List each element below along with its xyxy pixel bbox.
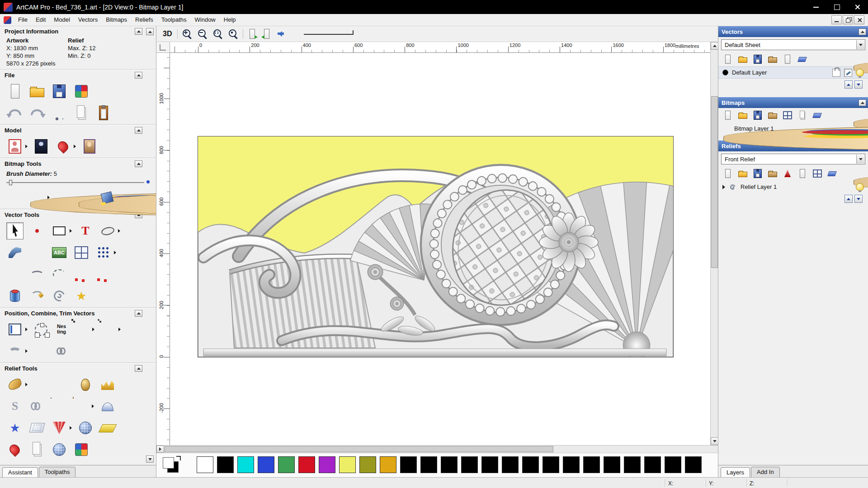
clear-vectors-icon[interactable] xyxy=(797,54,808,65)
layer-visibility-icon[interactable] xyxy=(856,69,864,77)
canvas-2d-view[interactable] xyxy=(170,53,710,445)
flyout-arrow[interactable] xyxy=(118,229,120,233)
join-vectors-icon[interactable] xyxy=(55,343,72,360)
flyout-arrow[interactable] xyxy=(25,145,28,148)
palette-swatch-16[interactable] xyxy=(522,456,539,473)
canvas-horizontal-scrollbar[interactable] xyxy=(156,445,718,453)
zoom-in-icon[interactable] xyxy=(181,28,193,40)
spline-tool-icon[interactable] xyxy=(28,287,46,305)
relief-tool-icon[interactable] xyxy=(73,441,90,458)
extrude-relief-icon[interactable] xyxy=(99,419,116,436)
collapse-relief-tools-button[interactable] xyxy=(135,365,142,372)
stamp-relief-icon[interactable] xyxy=(73,398,90,415)
collapse-bitmaps-button[interactable] xyxy=(859,99,866,106)
menu-file[interactable]: File xyxy=(14,14,32,26)
emboss-relief-icon[interactable] xyxy=(99,376,116,393)
scroll-down-button[interactable] xyxy=(711,437,718,445)
open-file-icon[interactable] xyxy=(28,83,46,100)
lock-layer-icon[interactable] xyxy=(832,69,840,77)
menu-help[interactable]: Help xyxy=(220,14,240,26)
import-bitmap-icon[interactable] xyxy=(767,110,778,121)
palette-swatch-13[interactable] xyxy=(461,456,478,473)
save-relief-layer-icon[interactable] xyxy=(752,168,763,179)
mdi-close-button[interactable] xyxy=(854,15,864,24)
scroll-left-button[interactable] xyxy=(156,446,164,453)
relief-grid-icon[interactable] xyxy=(812,168,823,179)
transform-vectors-icon[interactable] xyxy=(28,222,46,239)
relief-dropdown-icon[interactable] xyxy=(856,155,864,164)
tab-toolpaths[interactable]: Toolpaths xyxy=(39,467,76,477)
palette-swatch-5[interactable] xyxy=(298,456,315,473)
create-arc-icon[interactable] xyxy=(73,266,90,283)
palette-swatch-15[interactable] xyxy=(502,456,519,473)
mdi-minimize-button[interactable] xyxy=(831,15,842,24)
new-relief-layer-icon[interactable] xyxy=(722,168,733,179)
previous-view-icon[interactable] xyxy=(247,28,258,40)
group-vectors-icon[interactable] xyxy=(99,321,117,338)
palette-swatch-19[interactable] xyxy=(583,456,600,473)
weld-vectors-icon[interactable] xyxy=(33,343,50,360)
bitmap-to-vector-icon[interactable] xyxy=(6,244,24,261)
open-relief-layer-icon[interactable] xyxy=(737,168,748,179)
move-relief-up-button[interactable] xyxy=(844,195,853,203)
envelope-distortion-icon[interactable] xyxy=(28,419,46,436)
copy-icon[interactable] xyxy=(73,104,90,122)
palette-swatch-3[interactable] xyxy=(258,456,274,473)
zoom-fit-icon[interactable] xyxy=(227,28,239,40)
face-wizard-icon[interactable] xyxy=(81,138,98,155)
texture-relief-icon[interactable] xyxy=(77,419,94,436)
tab-layers[interactable]: Layers xyxy=(721,467,750,477)
transparency-icon[interactable] xyxy=(797,110,808,121)
undo-icon[interactable] xyxy=(6,104,24,122)
align-vectors-icon[interactable] xyxy=(6,321,24,338)
flyout-arrow[interactable] xyxy=(25,383,28,386)
open-vector-layer-icon[interactable] xyxy=(737,54,748,65)
export-vectors-icon[interactable] xyxy=(782,54,793,65)
free-sketch-icon[interactable] xyxy=(28,266,46,283)
offset-relief-icon[interactable] xyxy=(51,398,68,415)
relief-info-icon[interactable] xyxy=(797,168,808,179)
clear-bitmap-icon[interactable] xyxy=(812,110,823,121)
flyout-arrow[interactable] xyxy=(70,229,72,233)
zoom-box-icon[interactable] xyxy=(212,28,224,40)
palette-swatch-2[interactable] xyxy=(237,456,254,473)
palette-swatch-18[interactable] xyxy=(563,456,580,473)
horizontal-scroll-thumb[interactable] xyxy=(165,446,553,452)
primary-secondary-colour-well[interactable] xyxy=(162,456,183,475)
collapse-model-button[interactable] xyxy=(135,127,142,134)
save-file-icon[interactable] xyxy=(51,83,68,100)
create-ellipse-icon[interactable] xyxy=(99,222,116,239)
palette-swatch-11[interactable] xyxy=(420,456,437,473)
trim-vectors-icon[interactable] xyxy=(95,266,112,283)
tab-add-in[interactable]: Add In xyxy=(751,467,780,477)
menu-reliefs[interactable]: Reliefs xyxy=(131,14,157,26)
open-bitmap-layer-icon[interactable] xyxy=(737,110,748,121)
flyout-arrow[interactable] xyxy=(92,404,94,408)
panel-scroll-down-button[interactable] xyxy=(146,455,154,463)
sculpt-icon[interactable] xyxy=(33,376,50,393)
flyout-arrow[interactable] xyxy=(114,251,116,254)
node-editing-icon[interactable] xyxy=(28,244,46,261)
flyout-arrow[interactable] xyxy=(70,426,72,430)
vector-layer-row[interactable]: Default Layer xyxy=(718,66,868,79)
import-relief-icon[interactable] xyxy=(767,168,778,179)
palette-swatch-14[interactable] xyxy=(481,456,498,473)
palette-swatch-23[interactable] xyxy=(665,456,681,473)
sheet-selector[interactable]: Default Sheet xyxy=(721,39,865,50)
relief-tool-icon[interactable] xyxy=(51,441,68,458)
toolbar-line-widget[interactable] xyxy=(304,29,354,38)
relief-tool-icon[interactable] xyxy=(28,441,46,458)
cut-icon[interactable] xyxy=(51,104,68,122)
palette-swatch-22[interactable] xyxy=(644,456,661,473)
fit-arcs-icon[interactable] xyxy=(51,266,68,283)
extrude-vector-icon[interactable] xyxy=(6,287,24,305)
create-text-icon[interactable]: T xyxy=(77,222,94,239)
save-bitmap-layer-icon[interactable] xyxy=(752,110,763,121)
menu-bitmaps[interactable]: Bitmaps xyxy=(102,14,131,26)
paint-selective-icon[interactable] xyxy=(28,189,46,206)
relief-tool-icon[interactable] xyxy=(6,441,24,458)
palette-swatch-12[interactable] xyxy=(441,456,458,473)
palette-swatch-9[interactable] xyxy=(380,456,396,473)
menu-vectors[interactable]: Vectors xyxy=(74,14,102,26)
set-model-size-icon[interactable] xyxy=(6,138,24,155)
